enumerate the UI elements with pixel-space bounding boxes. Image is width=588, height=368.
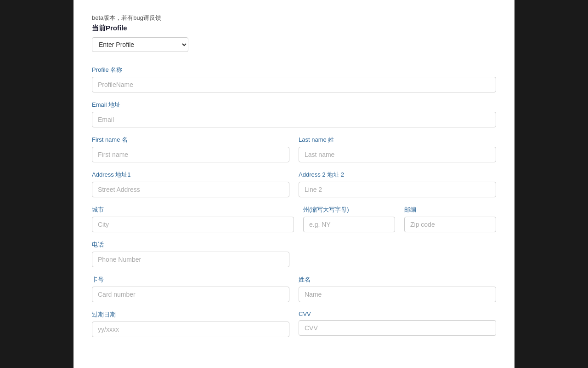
beta-notice: beta版本，若有bug请反馈: [92, 14, 496, 22]
first-name-label: First name 名: [92, 136, 289, 144]
address2-label: Address 2 地址 2: [299, 171, 496, 179]
card-number-group: 卡号: [92, 276, 289, 302]
profile-name-label: Profile 名称: [92, 66, 496, 74]
name-row: First name 名 Last name 姓: [92, 136, 496, 171]
expiry-input[interactable]: [92, 322, 289, 337]
cardholder-name-label: 姓名: [299, 276, 496, 284]
address1-input[interactable]: [92, 182, 289, 197]
address-row: Address 地址1 Address 2 地址 2: [92, 171, 496, 206]
email-input[interactable]: [92, 112, 496, 127]
cardholder-name-group: 姓名: [299, 276, 496, 302]
cvv-group: CVV: [299, 310, 496, 337]
city-label: 城市: [92, 206, 294, 214]
state-input[interactable]: [303, 217, 395, 232]
zip-group: 邮编: [404, 206, 496, 232]
city-input[interactable]: [92, 217, 294, 232]
email-group: Email 地址: [92, 101, 496, 127]
profile-select[interactable]: Enter Profile: [92, 37, 188, 52]
cvv-input[interactable]: [299, 320, 496, 336]
profile-name-input[interactable]: [92, 77, 496, 92]
card-name-row: 卡号 姓名: [92, 276, 496, 310]
profile-name-group: Profile 名称: [92, 66, 496, 92]
last-name-label: Last name 姓: [299, 136, 496, 144]
expiry-cvv-row: 过期日期 CVV: [92, 310, 496, 345]
address2-group: Address 2 地址 2: [299, 171, 496, 197]
main-content: beta版本，若有bug请反馈 当前Profile Enter Profile …: [74, 0, 514, 368]
zip-input[interactable]: [404, 217, 496, 232]
cardholder-name-input[interactable]: [299, 287, 496, 302]
city-state-zip-row: 城市 州(缩写大写字母) 邮编: [92, 206, 496, 241]
last-name-group: Last name 姓: [299, 136, 496, 162]
phone-group: 电话: [92, 241, 496, 267]
state-label: 州(缩写大写字母): [303, 206, 395, 214]
address1-label: Address 地址1: [92, 171, 289, 179]
last-name-input[interactable]: [299, 147, 496, 162]
expiry-group: 过期日期: [92, 310, 289, 337]
card-number-input[interactable]: [92, 287, 289, 302]
expiry-label: 过期日期: [92, 310, 289, 319]
phone-input[interactable]: [92, 252, 289, 267]
current-profile-label: 当前Profile: [92, 24, 496, 33]
phone-label: 电话: [92, 241, 496, 249]
email-label: Email 地址: [92, 101, 496, 109]
address1-group: Address 地址1: [92, 171, 289, 197]
address2-input[interactable]: [299, 182, 496, 197]
state-group: 州(缩写大写字母): [303, 206, 395, 232]
first-name-input[interactable]: [92, 147, 289, 162]
first-name-group: First name 名: [92, 136, 289, 162]
zip-label: 邮编: [404, 206, 496, 214]
cvv-label: CVV: [299, 310, 496, 317]
card-number-label: 卡号: [92, 276, 289, 284]
city-group: 城市: [92, 206, 294, 232]
